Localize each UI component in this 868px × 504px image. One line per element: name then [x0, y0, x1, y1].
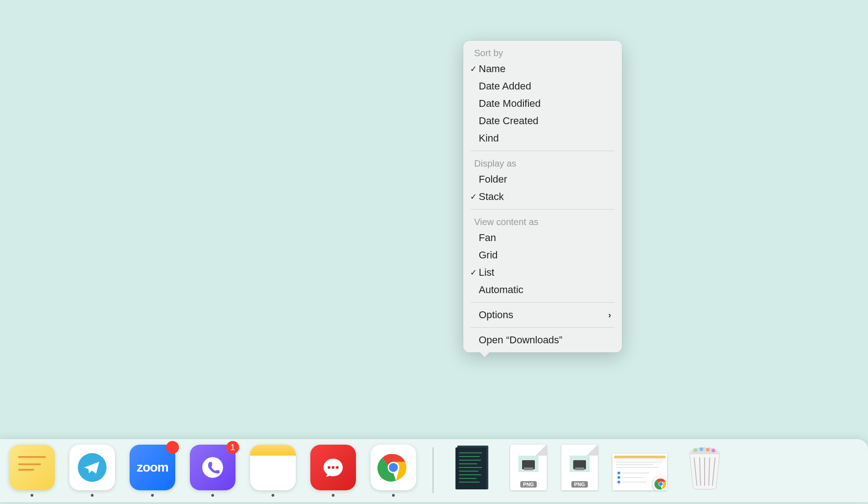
- menu-item-list[interactable]: ✓ List: [463, 264, 622, 281]
- png-file-icon: PNG: [510, 445, 547, 490]
- menu-section-display-as: Display as: [463, 155, 622, 171]
- notes-icon: [250, 445, 296, 490]
- menu-item-label: Date Created: [479, 115, 539, 127]
- menu-item-options[interactable]: Options ›: [463, 306, 622, 324]
- menu-item-stack[interactable]: ✓ Stack: [463, 188, 622, 205]
- notification-badge: [166, 441, 179, 454]
- dock-app-stickies[interactable]: [9, 445, 55, 497]
- svg-point-4: [336, 466, 339, 469]
- menu-item-name[interactable]: ✓ Name: [463, 60, 622, 78]
- dock-app-messenger[interactable]: [310, 445, 356, 497]
- menu-item-label: Fan: [479, 232, 496, 244]
- menu-item-label: Kind: [479, 132, 499, 144]
- svg-rect-26: [614, 456, 665, 458]
- svg-point-2: [328, 466, 330, 469]
- svg-point-38: [659, 482, 663, 486]
- viber-icon: 1: [190, 445, 235, 490]
- file-type-label: PNG: [571, 481, 588, 488]
- document-icon: [612, 454, 667, 490]
- chrome-icon: [371, 445, 416, 490]
- svg-point-1: [202, 457, 223, 478]
- svg-point-34: [617, 481, 620, 483]
- dock-stack-png-1[interactable]: PNG: [510, 445, 547, 497]
- menu-item-label: Stack: [479, 191, 504, 203]
- dock-separator: [433, 447, 434, 493]
- running-indicator: [272, 494, 274, 497]
- menu-item-label: Folder: [479, 173, 507, 185]
- menu-item-label: Automatic: [479, 284, 523, 296]
- messenger-icon: [310, 445, 356, 490]
- menu-item-automatic[interactable]: Automatic: [463, 281, 622, 299]
- menu-item-label: Grid: [479, 249, 498, 261]
- dock: zoom 1: [0, 439, 868, 502]
- menu-item-label: Name: [479, 63, 506, 75]
- menu-item-label: Open “Downloads”: [479, 334, 562, 346]
- svg-point-45: [694, 448, 697, 452]
- menu-item-label: List: [479, 267, 494, 278]
- zoom-icon: zoom: [130, 445, 175, 490]
- menu-item-fan[interactable]: Fan: [463, 229, 622, 247]
- svg-point-7: [389, 463, 398, 472]
- menu-item-date-modified[interactable]: Date Modified: [463, 95, 622, 112]
- menu-item-open-downloads[interactable]: Open “Downloads”: [463, 331, 622, 349]
- running-indicator: [392, 494, 395, 497]
- menu-section-sort-by: Sort by: [463, 44, 622, 60]
- running-indicator: [211, 494, 214, 497]
- svg-point-3: [332, 466, 335, 469]
- running-indicator: [151, 494, 154, 497]
- running-indicator: [31, 494, 33, 497]
- telegram-icon: [69, 445, 115, 490]
- notification-badge: 1: [226, 441, 239, 454]
- png-file-icon: PNG: [561, 445, 598, 490]
- checkmark-icon: ✓: [468, 268, 479, 278]
- menu-item-folder[interactable]: Folder: [463, 171, 622, 188]
- svg-point-47: [706, 448, 710, 452]
- stickies-icon: [9, 445, 55, 490]
- dock-stack-chrome-doc[interactable]: [612, 454, 667, 497]
- dock-trash[interactable]: [682, 445, 727, 497]
- menu-item-date-created[interactable]: Date Created: [463, 112, 622, 130]
- running-indicator: [91, 494, 94, 497]
- checkmark-icon: ✓: [468, 64, 479, 74]
- svg-point-46: [700, 447, 703, 451]
- dock-app-zoom[interactable]: zoom: [130, 445, 175, 497]
- checkmark-icon: ✓: [468, 192, 479, 202]
- menu-item-date-added[interactable]: Date Added: [463, 78, 622, 95]
- svg-point-48: [711, 449, 715, 452]
- dock-context-menu: Sort by ✓ Name Date Added Date Modified …: [463, 41, 622, 352]
- svg-point-32: [617, 476, 620, 479]
- svg-rect-9: [455, 447, 486, 489]
- svg-rect-24: [575, 467, 584, 470]
- chevron-right-icon: ›: [608, 310, 611, 320]
- menu-item-label: Options: [479, 309, 513, 321]
- dock-app-notes[interactable]: [250, 445, 296, 497]
- dock-app-viber[interactable]: 1: [190, 445, 235, 497]
- menu-separator: [471, 302, 615, 303]
- dock-stack-png-2[interactable]: PNG: [561, 445, 598, 497]
- dock-app-telegram[interactable]: [69, 445, 115, 497]
- text-file-icon: [450, 445, 496, 490]
- menu-section-view-content-as: View content as: [463, 213, 622, 229]
- file-type-label: PNG: [520, 481, 537, 488]
- menu-item-label: Date Modified: [479, 98, 541, 110]
- menu-item-label: Date Added: [479, 80, 531, 92]
- menu-separator: [471, 327, 615, 328]
- svg-point-30: [617, 472, 620, 474]
- dock-stack-downloads[interactable]: [450, 445, 496, 497]
- trash-icon: [682, 445, 727, 490]
- svg-rect-21: [524, 467, 533, 470]
- running-indicator: [332, 494, 335, 497]
- chrome-badge-icon: [653, 476, 667, 490]
- menu-separator: [471, 209, 615, 210]
- menu-separator: [471, 151, 615, 151]
- menu-item-grid[interactable]: Grid: [463, 247, 622, 264]
- menu-item-kind[interactable]: Kind: [463, 130, 622, 147]
- dock-app-chrome[interactable]: [371, 445, 416, 497]
